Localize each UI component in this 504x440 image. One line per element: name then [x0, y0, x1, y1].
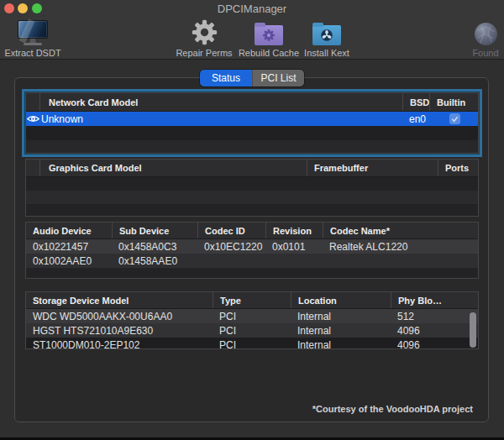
- codec-name-cell: Realtek ALC1220: [323, 241, 479, 253]
- type-cell: PCI: [213, 325, 291, 337]
- column-header-codec-name[interactable]: Codec Name*: [323, 223, 479, 238]
- column-header-bsd[interactable]: BSD: [402, 93, 429, 111]
- column-header-builtin[interactable]: Builtin: [429, 93, 479, 111]
- eye-column-header[interactable]: [26, 160, 39, 176]
- storage-table-row[interactable]: HGST HTS721010A9E630 PCI Internal 4096: [26, 323, 478, 338]
- install-kext-button[interactable]: Install Kext: [298, 19, 355, 58]
- audio-table-header: Audio Device Sub Device Codec ID Revisio…: [26, 223, 478, 239]
- window-title: DPCIManager: [0, 3, 504, 15]
- phy-block-cell: 4096: [391, 325, 479, 337]
- repair-perms-button[interactable]: Repair Perms: [175, 19, 234, 58]
- column-header-storage-device-model[interactable]: Storage Device Model: [26, 292, 213, 308]
- toolbar-item-label: Rebuild Cache: [238, 48, 300, 58]
- location-cell: Internal: [291, 339, 391, 350]
- storage-model-cell: ST1000DM010-2EP102: [26, 339, 213, 350]
- codec-id-cell: 0x10EC1220: [197, 241, 265, 253]
- blue-folder-fan-icon: [298, 19, 355, 45]
- eye-column-header[interactable]: [26, 93, 39, 111]
- builtin-cell: [429, 113, 479, 124]
- column-header-sub-device[interactable]: Sub Device: [112, 223, 197, 238]
- type-cell: PCI: [213, 311, 291, 322]
- network-table-header: Network Card Model BSD Builtin: [26, 93, 478, 112]
- empty-row[interactable]: [26, 191, 478, 204]
- empty-row[interactable]: [26, 126, 478, 140]
- voodoohda-credit: *Courtesy of the VoodooHDA project: [312, 404, 473, 414]
- column-header-ports[interactable]: Ports: [438, 160, 479, 176]
- gear-icon: [175, 19, 234, 45]
- scrollbar[interactable]: [469, 310, 477, 348]
- audio-device-cell: 0x10221457: [26, 241, 112, 253]
- column-header-type[interactable]: Type: [213, 292, 291, 308]
- column-header-revision[interactable]: Revision: [265, 223, 323, 238]
- empty-row[interactable]: [26, 177, 478, 191]
- network-table-row[interactable]: Unknown en0: [26, 112, 478, 126]
- phy-block-cell: 512: [391, 311, 479, 322]
- toolbar-item-label: Install Kext: [298, 48, 355, 58]
- toolbar-item-label: Repair Perms: [175, 48, 234, 58]
- toolbar-item-label: Extract DSDT: [3, 48, 62, 58]
- network-model-cell: Unknown: [39, 113, 402, 125]
- storage-device-table: Storage Device Model Type Location Phy B…: [25, 291, 479, 349]
- builtin-checkbox[interactable]: [449, 113, 460, 124]
- location-cell: Internal: [291, 325, 391, 337]
- app-window: DPCIManager Extract DSDT: [0, 0, 504, 440]
- globe-icon: [458, 19, 504, 45]
- revision-cell: 0x0101: [265, 241, 323, 253]
- storage-table-header: Storage Device Model Type Location Phy B…: [26, 292, 478, 309]
- network-bsd-cell: en0: [402, 113, 429, 125]
- column-header-network-card-model[interactable]: Network Card Model: [39, 93, 402, 111]
- graphics-card-table: Graphics Card Model Framebuffer Ports: [25, 159, 479, 217]
- empty-row: [26, 268, 478, 279]
- column-header-audio-device[interactable]: Audio Device: [26, 223, 112, 238]
- purple-folder-gear-icon: [238, 19, 300, 45]
- found-button: Found: [458, 19, 504, 58]
- column-header-codec-id[interactable]: Codec ID: [197, 223, 265, 238]
- storage-model-cell: WDC WD5000AAKX-00U6AA0: [26, 311, 213, 322]
- rebuild-cache-button[interactable]: Rebuild Cache: [238, 19, 300, 58]
- location-cell: Internal: [291, 311, 391, 322]
- column-header-graphics-card-model[interactable]: Graphics Card Model: [39, 160, 307, 176]
- column-header-phy-block[interactable]: Phy Blo…: [391, 292, 479, 308]
- network-card-table: Network Card Model BSD Builtin Unknown e…: [25, 92, 479, 154]
- phy-block-cell: 4096: [391, 339, 479, 350]
- scrollbar-thumb[interactable]: [470, 312, 476, 348]
- tab-status[interactable]: Status: [200, 70, 252, 86]
- empty-row[interactable]: [26, 204, 478, 217]
- sub-device-cell: 0x1458A0C3: [112, 241, 197, 253]
- titlebar: DPCIManager: [0, 0, 504, 17]
- visible-eye-icon: [26, 114, 39, 123]
- extract-dsdt-button[interactable]: Extract DSDT: [3, 19, 62, 58]
- storage-model-cell: HGST HTS721010A9E630: [26, 325, 213, 337]
- storage-table-row[interactable]: ST1000DM010-2EP102 PCI Internal 4096: [26, 338, 478, 349]
- view-tabs: Status PCI List: [200, 70, 304, 86]
- column-header-framebuffer[interactable]: Framebuffer: [307, 160, 438, 176]
- type-cell: PCI: [213, 339, 291, 350]
- toolbar: Extract DSDT: [0, 17, 504, 59]
- toolbar-item-label: Found: [458, 48, 504, 58]
- audio-table-row[interactable]: 0x1002AAE0 0x1458AAE0: [26, 254, 478, 268]
- audio-device-cell: 0x1002AAE0: [26, 255, 112, 267]
- imac-display-icon: [3, 19, 62, 45]
- audio-device-table: Audio Device Sub Device Codec ID Revisio…: [25, 222, 479, 279]
- sub-device-cell: 0x1458AAE0: [112, 255, 197, 267]
- tab-pci-list[interactable]: PCI List: [252, 70, 304, 86]
- storage-table-row[interactable]: WDC WD5000AAKX-00U6AA0 PCI Internal 512: [26, 309, 478, 323]
- empty-row[interactable]: [26, 140, 478, 154]
- graphics-table-header: Graphics Card Model Framebuffer Ports: [26, 160, 478, 177]
- column-header-location[interactable]: Location: [291, 292, 391, 308]
- audio-table-row[interactable]: 0x10221457 0x1458A0C3 0x10EC1220 0x0101 …: [26, 239, 478, 254]
